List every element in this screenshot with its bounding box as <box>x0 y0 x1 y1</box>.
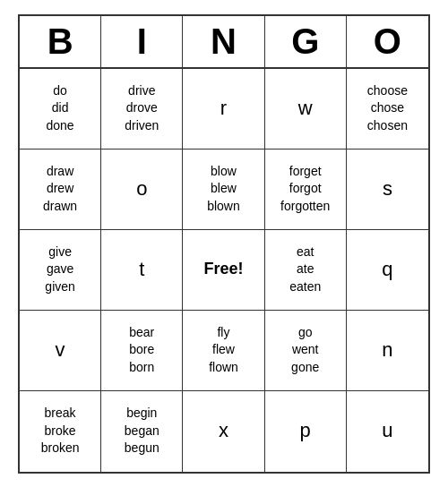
bingo-cell: choosechosechosen <box>347 69 428 150</box>
bingo-cell: forgetforgotforgotten <box>265 150 347 230</box>
bingo-cell: givegavegiven <box>20 230 101 311</box>
bingo-cell: t <box>101 230 183 311</box>
bingo-cell: w <box>265 69 347 150</box>
bingo-cell: n <box>347 311 428 391</box>
bingo-cell: dodiddone <box>20 69 101 150</box>
bingo-cell: x <box>183 391 264 472</box>
bingo-cell: beginbeganbegun <box>101 391 183 472</box>
bingo-grid: dodiddonedrivedrovedrivenrwchoosechosech… <box>20 69 428 472</box>
bingo-cell: v <box>20 311 101 391</box>
bingo-card: BINGO dodiddonedrivedrovedrivenrwchoosec… <box>18 14 430 474</box>
bingo-cell: gowentgone <box>265 311 347 391</box>
bingo-cell: q <box>347 230 428 311</box>
header-letter: N <box>183 16 264 67</box>
bingo-cell: p <box>265 391 347 472</box>
bingo-cell: r <box>183 69 264 150</box>
bingo-cell: flyflewflown <box>183 311 264 391</box>
bingo-cell: bearboreborn <box>101 311 183 391</box>
bingo-cell: eatateeaten <box>265 230 347 311</box>
bingo-cell: blowblewblown <box>183 150 264 230</box>
bingo-header: BINGO <box>20 16 428 69</box>
bingo-cell: breakbrokebroken <box>20 391 101 472</box>
bingo-cell: o <box>101 150 183 230</box>
header-letter: I <box>101 16 183 67</box>
bingo-cell: Free! <box>183 230 264 311</box>
header-letter: B <box>20 16 101 67</box>
header-letter: O <box>347 16 428 67</box>
bingo-cell: s <box>347 150 428 230</box>
bingo-cell: drawdrewdrawn <box>20 150 101 230</box>
header-letter: G <box>265 16 347 67</box>
bingo-cell: drivedrovedriven <box>101 69 183 150</box>
bingo-cell: u <box>347 391 428 472</box>
